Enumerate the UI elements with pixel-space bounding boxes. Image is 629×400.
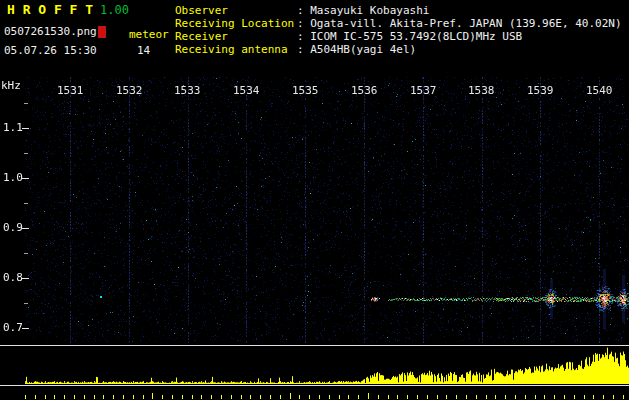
time-tick-label: 1537 [410,84,437,97]
time-tick-label: 1534 [233,84,260,97]
info-label: Receiving antenna [175,43,297,56]
time-tick-label: 1540 [586,84,613,97]
info-value: : ICOM IC-575 53.7492(8LCD)MHz USB [297,30,522,43]
freq-tick-label: 0.7 [3,321,23,334]
time-tick-label: 1531 [57,84,84,97]
meteor-count-value: 14 [137,44,150,57]
freq-tick-label: 0.8 [3,271,23,284]
info-row-antenna: Receiving antenna : A504HB(yagi 4el) [175,43,622,56]
output-filename: 0507261530.png [4,25,97,38]
meteor-count-label: meteor [129,28,169,41]
info-value: : Ogata-vill. Akita-Pref. JAPAN (139.96E… [297,17,622,30]
info-row-observer: Observer : Masayuki Kobayashi [175,4,622,17]
time-tick-label: 1536 [351,84,378,97]
freq-tick-label: 0.9 [3,221,23,234]
signal-level-plot [0,345,629,400]
app-title: H R O F F T [7,3,93,16]
info-value: : A504HB(yagi 4el) [297,43,416,56]
info-value: : Masayuki Kobayashi [297,4,429,17]
spectrogram-plot [0,75,629,345]
freq-tick-label: 1.0 [3,171,23,184]
time-tick-label: 1532 [116,84,143,97]
time-tick-label: 1533 [174,84,201,97]
app-version: 1.00 [100,4,129,17]
observation-datetime: 05.07.26 15:30 [4,44,97,57]
info-label: Observer [175,4,297,17]
freq-axis-unit: kHz [1,79,21,92]
freq-tick-label: 1.1 [3,121,23,134]
hrofft-window: { "header": { "app_title": "H R O F F T"… [0,0,629,400]
info-row-location: Receiving Location : Ogata-vill. Akita-P… [175,17,622,30]
time-tick-label: 1535 [292,84,319,97]
time-tick-label: 1539 [527,84,554,97]
info-label: Receiver [175,30,297,43]
time-tick-label: 1538 [468,84,495,97]
info-row-receiver: Receiver : ICOM IC-575 53.7492(8LCD)MHz … [175,30,622,43]
info-label: Receiving Location [175,17,297,30]
record-indicator [98,26,106,38]
station-info: Observer : Masayuki Kobayashi Receiving … [175,4,622,56]
